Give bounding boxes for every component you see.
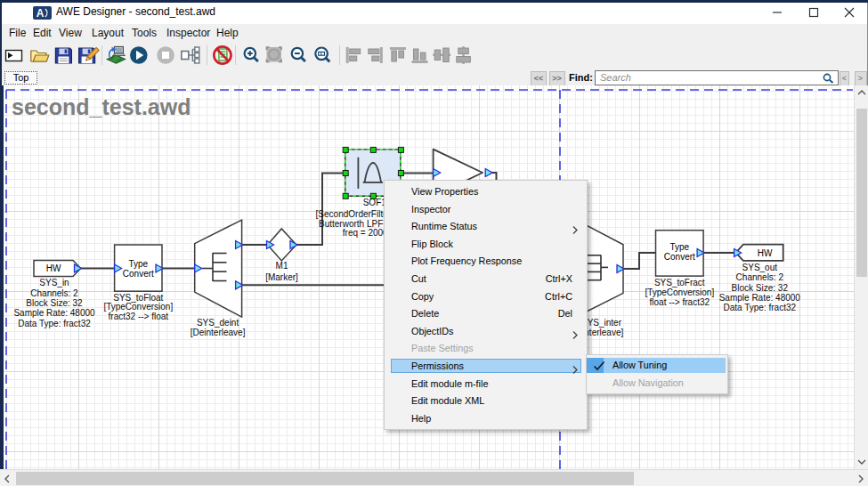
svg-text:Block Size: 32: Block Size: 32 xyxy=(26,298,83,308)
svg-text:Convert: Convert xyxy=(123,269,154,279)
svg-text:SYS_toFract: SYS_toFract xyxy=(654,278,705,288)
svg-text:fract32 --> float: fract32 --> float xyxy=(109,312,169,321)
svg-text:M1: M1 xyxy=(276,261,288,271)
svg-text:Type: Type xyxy=(669,242,689,252)
svg-text:Convert: Convert xyxy=(664,252,695,262)
svg-text:HW: HW xyxy=(758,248,773,258)
svg-text:SYS_toFloat: SYS_toFloat xyxy=(113,293,163,303)
svg-text:Butterworth LPF: Butterworth LPF xyxy=(319,219,383,229)
svg-text:[TypeConversion]: [TypeConversion] xyxy=(645,288,714,297)
svg-text:Sample Rate: 48000: Sample Rate: 48000 xyxy=(719,293,801,303)
svg-text:SYS_in: SYS_in xyxy=(39,278,69,288)
svg-text:Channels: 2: Channels: 2 xyxy=(30,288,78,298)
svg-text:second_test.awd: second_test.awd xyxy=(12,94,191,119)
svg-text:Channels: 2: Channels: 2 xyxy=(736,272,784,282)
svg-text:SYS_out: SYS_out xyxy=(742,263,778,272)
svg-text:A: A xyxy=(37,7,45,20)
svg-text:Block Size: 32: Block Size: 32 xyxy=(732,283,789,293)
svg-text:Sample Rate: 48000: Sample Rate: 48000 xyxy=(13,308,95,318)
svg-text:Data Type: fract32: Data Type: fract32 xyxy=(724,303,797,312)
svg-text:Type: Type xyxy=(128,259,148,269)
svg-text:[Marker]: [Marker] xyxy=(265,272,298,282)
svg-text:float --> fract32: float --> fract32 xyxy=(650,297,710,307)
svg-text:Data Type: fract32: Data Type: fract32 xyxy=(18,319,91,328)
svg-text:SYS_deint: SYS_deint xyxy=(197,318,239,328)
svg-text:HW: HW xyxy=(46,263,61,273)
svg-text:[Deinterleave]: [Deinterleave] xyxy=(191,328,246,337)
